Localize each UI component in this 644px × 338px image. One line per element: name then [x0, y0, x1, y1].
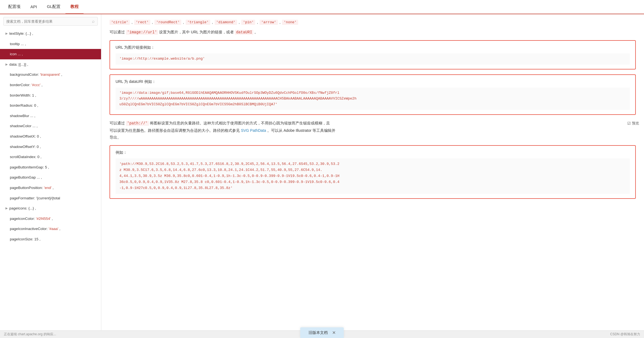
box1-code: 'image://http://example.website/a/b.png' — [116, 53, 630, 65]
code-box-path: 例如： 'path://M30.9,53.2C16.8,53.2,5.3,41.… — [110, 145, 636, 199]
symbol-rect: 'rect' — [134, 20, 150, 25]
symbol-none: 'none' — [282, 20, 298, 25]
svg-pathdata-link[interactable]: SVG PathData — [241, 128, 266, 133]
bottom-banner: 旧版本文档 ✕ — [300, 327, 344, 338]
sidebar-list: ▶ textStyle: {...} , tooltip ... , icon … — [0, 28, 101, 330]
sidebar-item-borderradius[interactable]: borderRadius: 0 , — [0, 100, 101, 111]
sidebar-item-pagebuttonposition[interactable]: pageButtonPosition: 'end' , — [0, 183, 101, 193]
arrow-icon: ▶ — [5, 31, 8, 36]
search-input[interactable] — [6, 19, 92, 24]
sidebar-item-pageiconsize[interactable]: pageIconSize: 15 , — [0, 234, 101, 244]
symbol-pin: 'pin' — [241, 20, 255, 25]
nav-item-gl[interactable]: GL配置 — [42, 0, 65, 14]
desc-text-1: 可以通过 'image://url' 设置为图片，其中 URL 为图片的链接，或… — [110, 29, 636, 36]
sidebar-item-bordercolor[interactable]: borderColor: '#ccc' , — [0, 80, 101, 90]
box3-label: 例如： — [116, 150, 630, 155]
sidebar-item-pageiconinactivecolor[interactable]: pageIconInactiveColor: '#aaa' , — [0, 224, 101, 234]
main-layout: ⌕ ▶ textStyle: {...} , tooltip ... , ico… — [0, 14, 644, 330]
sidebar-item-bgcolor[interactable]: backgroundColor: 'transparent' , — [0, 69, 101, 80]
symbol-arrow: 'arrow' — [260, 20, 278, 25]
sidebar-item-tooltip[interactable]: tooltip ... , — [0, 39, 101, 49]
desc-text-2: 可以通过 'path://' 将图标设置为任意的矢量路径。这种方式相比于使用图片… — [110, 120, 636, 141]
sidebar-item-data[interactable]: ▶ data: [{...}] , — [0, 59, 101, 70]
content-area: 'circle', 'rect', 'roundRect', 'triangle… — [101, 14, 644, 330]
box1-label: URL 为图片链接例如： — [116, 45, 630, 50]
symbol-circle: 'circle' — [110, 20, 130, 25]
preview-icon: ☑ — [627, 121, 631, 126]
close-banner-button[interactable]: ✕ — [332, 330, 336, 335]
bottom-banner-text: 旧版本文档 — [309, 330, 328, 335]
sidebar: ⌕ ▶ textStyle: {...} , tooltip ... , ico… — [0, 14, 101, 330]
code-box-url-image: URL 为图片链接例如： 'image://http://example.web… — [110, 40, 636, 69]
sidebar-item-borderwidth[interactable]: borderWidth: 1 , — [0, 90, 101, 101]
sidebar-item-icon[interactable]: icon ... , — [0, 49, 101, 59]
code-box-datauri: URL 为 dataURI 例如： 'image://data:image/gi… — [110, 74, 636, 115]
sidebar-item-shadowoffsety[interactable]: shadowOffsetY: 0 , — [0, 142, 101, 152]
preview-label: 预览 — [632, 121, 639, 126]
arrow-icon-2: ▶ — [5, 62, 8, 67]
search-icon[interactable]: ⌕ — [92, 19, 95, 24]
nav-item-config[interactable]: 配置项 — [3, 0, 25, 14]
sidebar-item-shadowoffsetx[interactable]: shadowOffsetX: 0 , — [0, 131, 101, 142]
top-nav: 配置项 API GL配置 教程 — [0, 0, 644, 14]
sidebar-item-textstyle[interactable]: ▶ textStyle: {...} , — [0, 28, 101, 39]
footer-right-text: CSDN @韩旭在努力 — [610, 332, 640, 337]
footer-left-text: 正在篇续 chart.apache.org 的响应... — [4, 332, 56, 337]
sidebar-item-pageiconcolor[interactable]: pageIconColor: '#2f4554' , — [0, 214, 101, 224]
preview-button[interactable]: ☑ 预览 — [627, 121, 639, 126]
box2-code: 'image://data:image/gif;base64,R0lGODlhE… — [116, 88, 630, 110]
box3-code: 'path://M30.9,53.2C16.8,53.2,5.3,41.7,5.… — [116, 158, 630, 194]
symbol-roundrect: 'roundRect' — [154, 20, 181, 25]
arrow-icon-3: ▶ — [5, 206, 8, 211]
sidebar-item-scrolldataindex[interactable]: scrollDataIndex: 0 , — [0, 152, 101, 162]
sidebar-item-shadowblur[interactable]: shadowBlur ... , — [0, 111, 101, 121]
box2-label: URL 为 dataURI 例如： — [116, 79, 630, 84]
symbols-row: 'circle', 'rect', 'roundRect', 'triangle… — [110, 20, 636, 25]
symbol-triangle: 'triangle' — [186, 20, 210, 25]
nav-item-tutorial[interactable]: 教程 — [65, 0, 84, 14]
sidebar-item-pagebuttonitemgap[interactable]: pageButtonItemGap: 5 , — [0, 162, 101, 173]
search-bar[interactable]: ⌕ — [3, 17, 98, 26]
symbol-diamond: 'diamond' — [215, 20, 237, 25]
sidebar-item-shadowcolor[interactable]: shadowColor ... , — [0, 121, 101, 131]
nav-item-api[interactable]: API — [25, 0, 42, 14]
sidebar-item-pagebuttongap[interactable]: pageButtonGap ... , — [0, 172, 101, 183]
sidebar-item-pageicons[interactable]: ▶ pageIcons: {...} , — [0, 203, 101, 214]
sidebar-item-pageformatter[interactable]: pageFormatter: '{current}/{total — [0, 193, 101, 203]
